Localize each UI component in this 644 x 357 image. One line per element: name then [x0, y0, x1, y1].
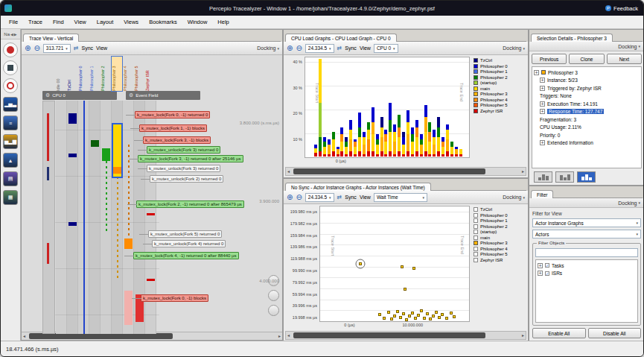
event-field-column-header[interactable]: ⚙ Event Field [126, 91, 200, 100]
scatter-point[interactable] [405, 318, 408, 321]
legend-item[interactable]: Philosopher 0 [474, 213, 525, 218]
trace-segment[interactable] [113, 167, 121, 174]
scatter-point[interactable] [399, 316, 402, 319]
cpu-load-bar[interactable] [349, 120, 352, 157]
scatter-point[interactable] [402, 312, 405, 315]
legend-item[interactable]: Philosopher 3 [474, 241, 525, 245]
event-label[interactable]: k_mutex_lock(Fork 0, -1) blocks [141, 294, 208, 302]
filter-tree-item[interactable]: +✓Tasks [538, 262, 636, 270]
legend-item[interactable]: Philosopher 2 [474, 75, 525, 80]
trace-segment[interactable] [68, 222, 77, 226]
legend-item[interactable]: main [474, 86, 525, 91]
legend-item[interactable]: Zephyr ISR [474, 258, 525, 262]
expand-icon[interactable]: + [538, 263, 543, 268]
view-menu-button[interactable]: View [360, 45, 371, 51]
legend-checkbox[interactable] [474, 230, 478, 234]
filter-view-combo[interactable]: Actor Instance Graphs ▾ [532, 218, 641, 227]
previous-instance-button[interactable]: Previous [532, 54, 567, 64]
legend-checkbox[interactable] [474, 247, 478, 251]
cpu-load-bar[interactable] [420, 134, 423, 157]
tree-item[interactable]: Fragmentation: 3 [540, 116, 640, 124]
trace-segment[interactable] [91, 140, 99, 147]
filter-tree-item[interactable]: +✓ISRs [538, 270, 636, 278]
legend-checkbox[interactable] [474, 258, 478, 262]
menu-file[interactable]: File [4, 17, 23, 27]
detail-view-icon-button-1[interactable] [534, 171, 552, 183]
clone-button[interactable]: Clone [569, 54, 604, 64]
cpu-load-bar[interactable] [328, 139, 331, 157]
scroll-left-icon[interactable]: ◂ [23, 333, 25, 340]
cpu-load-bar[interactable] [437, 117, 440, 157]
cpu-load-bar[interactable] [450, 142, 453, 157]
tree-item[interactable]: +Execution Time: 14.191 [540, 100, 640, 108]
detail-view-icon-button-3[interactable] [577, 171, 596, 183]
cpu-load-bar[interactable] [441, 137, 444, 157]
cpu-load-bar[interactable] [411, 127, 414, 157]
menu-view[interactable]: View [69, 17, 92, 27]
scatter-point[interactable] [411, 312, 414, 315]
record-button[interactable] [3, 42, 18, 57]
trace-zoom-level-combo[interactable]: 313.721 ▾ [43, 44, 71, 53]
legend-item[interactable]: Philosopher 3 [474, 92, 525, 96]
legend-checkbox[interactable] [474, 218, 478, 223]
lane-header-7[interactable]: Philosopher 5 [134, 57, 144, 91]
scatter-point[interactable] [420, 309, 423, 312]
docking-menu[interactable]: Docking ▾ [503, 45, 525, 51]
cpu-load-bar[interactable] [380, 117, 383, 157]
cpu-load-bar[interactable] [415, 120, 418, 157]
actor-graph-button[interactable]: ▲ [3, 153, 18, 168]
cpu-load-bar[interactable] [433, 130, 436, 157]
tree-item[interactable]: +Philosopher 3 [534, 69, 640, 77]
scatter-point[interactable] [390, 317, 393, 320]
lane-header-2[interactable]: Philosopher 0 [78, 57, 89, 91]
cpu-horizontal-scrollbar[interactable]: ◂ ▸ [285, 167, 526, 176]
cpu-load-bar[interactable] [345, 137, 348, 157]
event-label[interactable]: k_mutex_unlock(Fork 5) returned 0 [148, 230, 222, 238]
tree-item[interactable]: CPU Usage: 2.11% [540, 124, 640, 132]
event-log-button[interactable]: ▤ [3, 171, 18, 186]
scatter-point[interactable] [429, 317, 432, 320]
expand-icon[interactable]: + [540, 101, 545, 107]
actor-horizontal-scrollbar[interactable]: ◂ ▸ [285, 331, 526, 340]
expand-icon[interactable]: + [534, 70, 539, 75]
event-label[interactable]: k_mutex_unlock(Fork 2) returned 0 [150, 175, 223, 183]
expand-icon[interactable]: + [540, 86, 545, 91]
scatter-point[interactable] [441, 313, 444, 316]
trace-nav-circle-2[interactable] [268, 290, 279, 301]
menu-views[interactable]: Views [118, 17, 144, 27]
event-label[interactable]: k_mutex_unlock(Fork 3) returned 0 [147, 165, 220, 172]
cpu-load-bar[interactable] [363, 132, 366, 157]
zoom-in-button[interactable]: ⊕ [287, 194, 293, 201]
lane-header-3[interactable]: Philosopher 1 [89, 57, 100, 91]
expand-icon[interactable]: + [540, 78, 545, 83]
legend-checkbox[interactable] [474, 252, 478, 256]
cpu-load-bar[interactable] [323, 137, 326, 157]
cpu-load-bar[interactable] [376, 134, 379, 157]
next-instance-button[interactable]: Next [607, 54, 642, 64]
trace-segment[interactable] [124, 238, 133, 249]
cpu-load-bar[interactable] [367, 122, 370, 157]
lane-header-0[interactable]: Idle 00 [56, 57, 66, 91]
tab-cpu-load-graph[interactable]: CPU Load Graphs - CPU Load Graph - CPU 0 [285, 34, 397, 42]
scatter-point[interactable] [453, 315, 456, 318]
scroll-right-icon[interactable]: ▸ [522, 168, 524, 175]
scatter-point[interactable] [445, 317, 448, 320]
legend-item[interactable]: Philosopher 1 [474, 218, 525, 223]
scatter-point[interactable] [383, 317, 386, 320]
trace-segment[interactable] [68, 154, 77, 157]
cpu-load-bar[interactable] [402, 132, 405, 157]
scatter-point[interactable] [438, 316, 441, 319]
lane-header-4[interactable]: Philosopher 2 [101, 57, 111, 91]
actor-zoom-level-combo[interactable]: 24.334.5 ▾ [305, 193, 334, 202]
scatter-point[interactable] [404, 288, 407, 291]
legend-item[interactable]: Philosopher 0 [474, 64, 525, 69]
cpu-load-bar[interactable] [337, 147, 339, 157]
scatter-point[interactable] [396, 310, 399, 313]
scatter-point[interactable] [423, 317, 426, 320]
zoom-in-button[interactable]: ⊕ [25, 45, 31, 52]
cpu-load-graph-button[interactable]: ▅▂▆ [3, 134, 18, 149]
event-label[interactable]: k_mutex_unlock(Fork 3) returned 0 [147, 146, 220, 154]
zoom-out-button[interactable]: ⊖ [34, 45, 39, 52]
menu-find[interactable]: Find [48, 17, 69, 27]
actors-combo[interactable]: Actors ▾ [532, 230, 641, 238]
